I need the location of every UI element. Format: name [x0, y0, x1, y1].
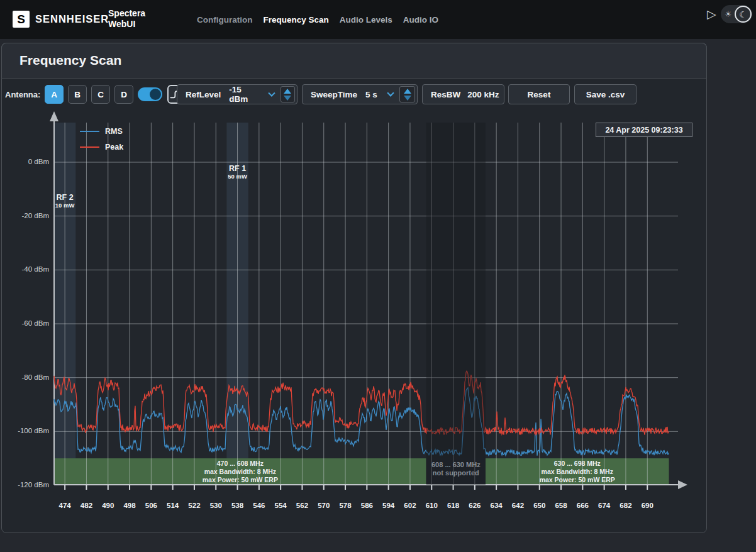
product-line1: Spectera	[108, 8, 145, 19]
antenna-button-b[interactable]: B	[68, 85, 87, 104]
antenna-button-a[interactable]: A	[45, 85, 64, 104]
ref-level-control[interactable]: RefLevel -15 dBm	[177, 84, 297, 104]
scan-toolbar: Antenna: ABCD RefLevel -15 dBm SweepTime…	[0, 84, 707, 106]
top-navbar: S SENNHEISER Spectera WebUI Configuratio…	[0, 0, 756, 39]
nav-item-audio-levels[interactable]: Audio Levels	[340, 15, 392, 25]
theme-toggle[interactable]: ☀ ☾	[721, 5, 752, 23]
nav-item-configuration[interactable]: Configuration	[197, 15, 252, 25]
chevron-down-icon[interactable]	[387, 89, 394, 96]
spectera-webui: S SENNHEISER Spectera WebUI Configuratio…	[0, 0, 756, 552]
rf-channels-toggle[interactable]	[138, 87, 162, 101]
ref-level-stepper[interactable]	[281, 86, 295, 102]
antenna-button-d[interactable]: D	[114, 85, 133, 104]
unsupported-dim-overlay	[426, 123, 486, 485]
sennheiser-logo-icon: S	[13, 11, 30, 28]
toggle-knob	[150, 89, 161, 100]
decrease-icon[interactable]	[284, 96, 291, 101]
product-line2: WebUI	[108, 19, 145, 30]
ref-level-value: -15 dBm	[229, 85, 260, 104]
sweep-time-stepper[interactable]	[399, 86, 415, 102]
increase-icon[interactable]	[404, 89, 411, 94]
decrease-icon[interactable]	[404, 96, 411, 101]
antenna-button-group: ABCD	[45, 85, 133, 104]
increase-icon[interactable]	[284, 89, 291, 94]
chevron-down-icon[interactable]	[268, 89, 275, 96]
nav-item-audio-io[interactable]: Audio IO	[403, 15, 438, 25]
dark-mode-moon-icon[interactable]: ☾	[735, 6, 752, 23]
trace-peak	[54, 371, 669, 434]
sweep-time-label: SweepTime	[311, 90, 357, 99]
regulatory-band-0	[54, 458, 426, 485]
res-bw-label: ResBW	[431, 90, 460, 99]
spectrum-chart	[0, 0, 756, 552]
antenna-label: Antenna:	[5, 90, 40, 99]
product-name: Spectera WebUI	[108, 8, 145, 30]
nav-item-frequency-scan[interactable]: Frequency Scan	[263, 15, 328, 25]
light-mode-sun-icon[interactable]: ☀	[725, 9, 732, 19]
nav-links: Configuration Frequency Scan Audio Level…	[197, 15, 438, 25]
brand-name: SENNHEISER	[35, 13, 109, 25]
sweep-time-value: 5 s	[365, 90, 377, 99]
antenna-button-c[interactable]: C	[91, 85, 110, 104]
res-bw-control[interactable]: ResBW 200 kHz	[422, 84, 504, 104]
res-bw-value: 200 kHz	[467, 90, 499, 99]
ref-level-label: RefLevel	[186, 90, 221, 99]
regulatory-band-2	[486, 458, 669, 485]
play-icon[interactable]: ▷	[707, 7, 716, 21]
reset-button[interactable]: Reset	[508, 84, 570, 104]
sweep-time-control[interactable]: SweepTime 5 s	[302, 84, 418, 104]
save-csv-button[interactable]: Save .csv	[574, 84, 636, 104]
